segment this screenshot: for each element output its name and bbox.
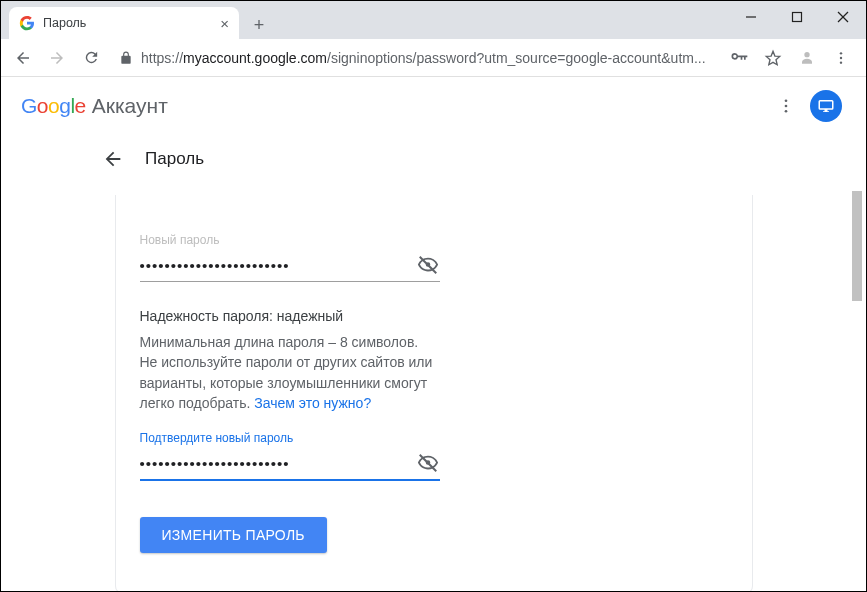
submit-row: ИЗМЕНИТЬ ПАРОЛЬ xyxy=(140,517,440,553)
profile-avatar-icon[interactable] xyxy=(792,43,822,73)
tab-close-icon[interactable]: × xyxy=(220,15,229,32)
google-logo[interactable]: Google Аккаунт xyxy=(21,94,168,118)
page-title-row: Пароль xyxy=(1,135,866,183)
google-account-header: Google Аккаунт xyxy=(1,77,866,135)
account-avatar[interactable] xyxy=(806,86,846,126)
url-bar[interactable]: https://myaccount.google.com/signinoptio… xyxy=(109,44,722,72)
svg-point-7 xyxy=(840,61,842,63)
back-arrow-icon[interactable] xyxy=(101,147,125,171)
window-controls xyxy=(728,1,866,33)
password-card: Новый пароль Надежность пароля: надежный… xyxy=(115,195,753,591)
svg-point-4 xyxy=(804,52,809,57)
toggle-visibility-icon[interactable] xyxy=(416,451,440,475)
scrollbar-track[interactable] xyxy=(850,185,864,591)
svg-point-6 xyxy=(840,56,842,58)
window-close-button[interactable] xyxy=(820,1,866,33)
monitor-icon xyxy=(817,97,835,115)
confirm-password-input[interactable] xyxy=(140,455,416,472)
password-hint: Минимальная длина пароля – 8 символов. Н… xyxy=(140,332,440,413)
window-minimize-button[interactable] xyxy=(728,1,774,33)
nav-forward-button[interactable] xyxy=(41,42,73,74)
url-text: https://myaccount.google.com/signinoptio… xyxy=(141,50,706,66)
bookmark-star-icon[interactable] xyxy=(758,43,788,73)
toggle-visibility-icon[interactable] xyxy=(416,253,440,277)
new-password-input[interactable] xyxy=(140,257,416,274)
header-more-icon[interactable] xyxy=(766,86,806,126)
svg-point-9 xyxy=(785,105,788,108)
svg-rect-1 xyxy=(793,13,802,22)
chrome-menu-icon[interactable] xyxy=(826,43,856,73)
nav-back-button[interactable] xyxy=(7,42,39,74)
new-tab-button[interactable]: + xyxy=(245,11,273,39)
address-bar-row: https://myaccount.google.com/signinoptio… xyxy=(1,39,866,77)
content-area: Новый пароль Надежность пароля: надежный… xyxy=(1,185,866,591)
password-key-icon[interactable] xyxy=(724,43,754,73)
lock-icon xyxy=(119,51,133,65)
page-title: Пароль xyxy=(145,149,204,169)
scrollbar-thumb[interactable] xyxy=(852,191,862,301)
browser-tab[interactable]: Пароль × xyxy=(9,7,239,39)
new-password-field: Новый пароль xyxy=(140,233,440,282)
confirm-password-label: Подтвердите новый пароль xyxy=(140,431,440,445)
svg-point-5 xyxy=(840,52,842,54)
confirm-password-field: Подтвердите новый пароль xyxy=(140,431,440,481)
google-logo-word: Google xyxy=(21,94,86,118)
google-favicon-icon xyxy=(19,15,35,31)
password-strength: Надежность пароля: надежный xyxy=(140,308,440,324)
address-bar-icons xyxy=(724,43,860,73)
window-maximize-button[interactable] xyxy=(774,1,820,33)
svg-point-10 xyxy=(785,110,788,113)
new-password-label: Новый пароль xyxy=(140,233,440,247)
nav-reload-button[interactable] xyxy=(75,42,107,74)
product-name: Аккаунт xyxy=(92,94,168,118)
change-password-button[interactable]: ИЗМЕНИТЬ ПАРОЛЬ xyxy=(140,517,327,553)
why-link[interactable]: Зачем это нужно? xyxy=(254,395,371,411)
tab-title: Пароль xyxy=(43,16,86,30)
svg-point-8 xyxy=(785,99,788,102)
